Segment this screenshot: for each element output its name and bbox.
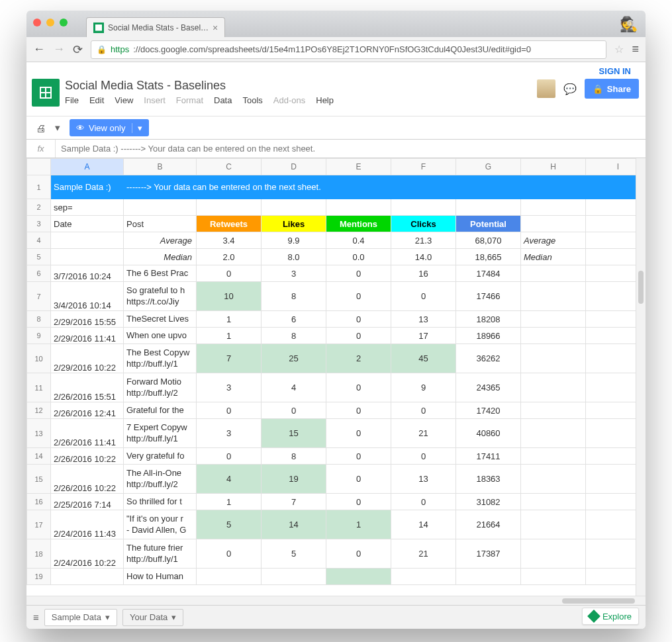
url-input[interactable]: 🔒 https://docs.google.com/spreadsheets/d… bbox=[91, 40, 606, 59]
sheets-logo-icon[interactable] bbox=[32, 79, 60, 107]
row-header[interactable]: 1 bbox=[27, 175, 51, 199]
menu-format[interactable]: Format bbox=[176, 95, 203, 105]
cell[interactable]: 2/26/2016 10:22 bbox=[51, 465, 124, 494]
tab-close-icon[interactable]: × bbox=[213, 23, 218, 33]
cell[interactable]: 17466 bbox=[456, 282, 521, 311]
cell[interactable]: 0 bbox=[391, 282, 456, 311]
cell[interactable]: 31082 bbox=[456, 494, 521, 510]
cell[interactable]: 18966 bbox=[456, 328, 521, 344]
cell[interactable]: The 6 Best Prac bbox=[124, 265, 197, 282]
cell[interactable]: 7 bbox=[197, 344, 262, 373]
cell[interactable]: 0 bbox=[326, 494, 391, 510]
browser-menu-icon[interactable]: ≡ bbox=[632, 42, 639, 56]
col-header-G[interactable]: G bbox=[456, 159, 521, 175]
all-sheets-icon[interactable]: ≡ bbox=[33, 612, 39, 623]
cell[interactable]: 8 bbox=[262, 282, 326, 311]
cell[interactable]: 45 bbox=[391, 344, 456, 373]
cell[interactable]: 1 bbox=[197, 328, 262, 344]
cell[interactable]: 6 bbox=[262, 311, 326, 328]
col-header-F[interactable]: F bbox=[391, 159, 456, 175]
cell[interactable]: 13 bbox=[391, 465, 456, 494]
spreadsheet-grid[interactable]: ABCDEFGHI1Sample Data :)-------> Your da… bbox=[26, 158, 646, 596]
cell[interactable]: 0 bbox=[197, 402, 262, 419]
cell-E3[interactable]: Mentions bbox=[326, 216, 391, 232]
cell[interactable]: 0 bbox=[391, 494, 456, 510]
cell[interactable]: 0 bbox=[326, 282, 391, 311]
document-title[interactable]: Social Media Stats - Baselines bbox=[65, 79, 532, 93]
cell-F3[interactable]: Clicks bbox=[391, 216, 456, 232]
minimize-window-icon[interactable] bbox=[46, 19, 54, 26]
cell-B3[interactable]: Post bbox=[124, 216, 197, 232]
cell[interactable]: 2/25/2016 7:14 bbox=[51, 494, 124, 510]
share-button[interactable]: 🔒 Share bbox=[585, 79, 639, 99]
col-header-H[interactable]: H bbox=[521, 159, 586, 175]
chevron-down-icon[interactable]: ▾ bbox=[105, 612, 110, 622]
cell[interactable]: So grateful to hhttps://t.co/Jiy bbox=[124, 282, 197, 311]
cell[interactable]: 1 bbox=[197, 311, 262, 328]
cell[interactable]: How to Human bbox=[124, 569, 197, 585]
cell[interactable]: Forward Motiohttp://buff.ly/2 bbox=[124, 373, 197, 402]
cell[interactable]: TheSecret Lives bbox=[124, 311, 197, 328]
cell[interactable]: 8 bbox=[262, 328, 326, 344]
cell[interactable]: The future frierhttp://buff.ly/1 bbox=[124, 539, 197, 569]
cell[interactable]: 0 bbox=[197, 539, 262, 569]
cell[interactable]: 21 bbox=[391, 419, 456, 448]
cell[interactable]: 16 bbox=[391, 265, 456, 282]
sheet-tab-inactive[interactable]: Your Data▾ bbox=[122, 609, 183, 626]
bookmark-icon[interactable]: ☆ bbox=[614, 43, 624, 56]
cell[interactable]: The All-in-One http://buff.ly/2 bbox=[124, 465, 197, 494]
view-only-button[interactable]: 👁 View only ▾ bbox=[70, 119, 149, 136]
cell[interactable]: So thrilled for t bbox=[124, 494, 197, 510]
cell[interactable] bbox=[197, 569, 262, 585]
cell[interactable]: 17411 bbox=[456, 448, 521, 465]
cell[interactable]: 10 bbox=[197, 282, 262, 311]
cell[interactable]: 2/26/2016 12:41 bbox=[51, 402, 124, 419]
cell[interactable]: 5 bbox=[262, 539, 326, 569]
cell[interactable]: 21 bbox=[391, 539, 456, 569]
cell[interactable]: 0 bbox=[326, 311, 391, 328]
print-icon[interactable]: 🖨 bbox=[36, 122, 46, 134]
col-header-A[interactable]: A bbox=[51, 159, 124, 175]
cell[interactable]: 7 Expert Copywhttp://buff.ly/1 bbox=[124, 419, 197, 448]
cell[interactable]: 0 bbox=[326, 448, 391, 465]
cell[interactable]: 3 bbox=[262, 265, 326, 282]
filter-icon[interactable]: ▾ bbox=[55, 122, 60, 134]
cell[interactable]: 0 bbox=[326, 419, 391, 448]
cell[interactable]: 0 bbox=[326, 465, 391, 494]
cell[interactable]: 4 bbox=[197, 465, 262, 494]
cell[interactable]: 3 bbox=[197, 419, 262, 448]
close-window-icon[interactable] bbox=[33, 19, 41, 26]
cell[interactable]: 18363 bbox=[456, 465, 521, 494]
cell[interactable]: 0 bbox=[326, 328, 391, 344]
user-avatar[interactable] bbox=[537, 79, 555, 98]
cell[interactable]: 17 bbox=[391, 328, 456, 344]
cell[interactable]: 25 bbox=[262, 344, 326, 373]
sheet-tab-active[interactable]: Sample Data▾ bbox=[44, 609, 117, 626]
cell[interactable]: 18208 bbox=[456, 311, 521, 328]
cell[interactable]: 2/26/2016 11:41 bbox=[51, 419, 124, 448]
cell[interactable]: 14 bbox=[262, 510, 326, 539]
cell-B5[interactable]: Median bbox=[124, 249, 197, 265]
col-header-D[interactable]: D bbox=[262, 159, 326, 175]
cell[interactable]: 0 bbox=[197, 448, 262, 465]
cell[interactable]: 7 bbox=[262, 494, 326, 510]
cell[interactable]: 0 bbox=[326, 373, 391, 402]
cell-A1[interactable]: Sample Data :) bbox=[51, 175, 124, 199]
formula-bar[interactable]: fx Sample Data :) -------> Your data can… bbox=[26, 140, 646, 158]
cell[interactable]: 24365 bbox=[456, 373, 521, 402]
menu-tools[interactable]: Tools bbox=[242, 95, 262, 105]
cell[interactable]: 0 bbox=[391, 448, 456, 465]
cell[interactable]: 5 bbox=[197, 510, 262, 539]
cell[interactable]: 17387 bbox=[456, 539, 521, 569]
cell[interactable]: 1 bbox=[197, 494, 262, 510]
col-header-B[interactable]: B bbox=[124, 159, 197, 175]
cell[interactable]: 0 bbox=[326, 265, 391, 282]
menu-edit[interactable]: Edit bbox=[89, 95, 104, 105]
cell[interactable]: 2 bbox=[326, 344, 391, 373]
chevron-down-icon[interactable]: ▾ bbox=[171, 612, 176, 622]
cell[interactable]: 0 bbox=[326, 539, 391, 569]
cell[interactable]: 1 bbox=[326, 510, 391, 539]
cell[interactable]: 21664 bbox=[456, 510, 521, 539]
cell[interactable]: 19 bbox=[262, 465, 326, 494]
cell[interactable]: 2/29/2016 10:22 bbox=[51, 344, 124, 373]
